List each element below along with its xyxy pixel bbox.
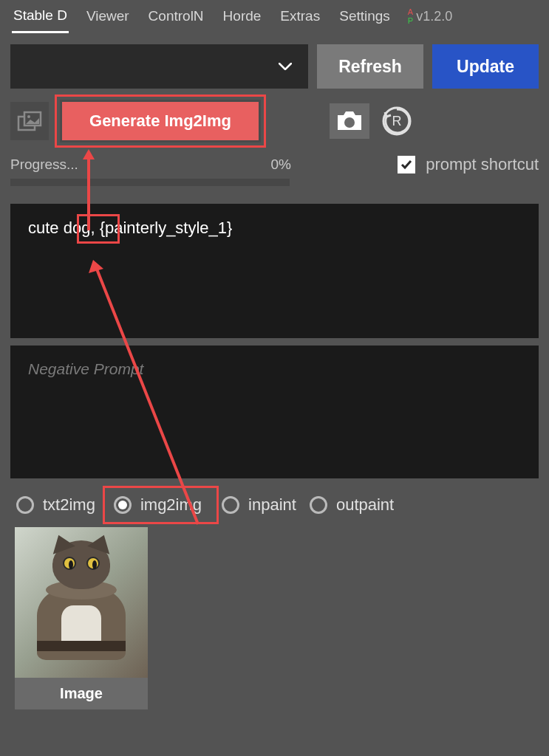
refresh-button[interactable]: Refresh [317, 44, 423, 89]
annotation-highlight-word [77, 214, 120, 244]
tab-bar: Stable D Viewer ControlN Horde Extras Se… [0, 0, 549, 32]
negative-prompt-input[interactable]: Negative Prompt [10, 346, 539, 478]
tab-settings[interactable]: Settings [338, 1, 392, 32]
chevron-down-icon [279, 63, 292, 70]
svg-point-2 [27, 115, 30, 118]
prompt-input[interactable]: cute dog, {painterly_style_1} [10, 204, 539, 338]
version-text: v1.2.0 [416, 9, 452, 24]
thumbnail-label: Image [15, 678, 148, 709]
svg-text:R: R [392, 114, 402, 128]
tab-horde[interactable]: Horde [222, 1, 263, 32]
tab-extras[interactable]: Extras [279, 1, 321, 32]
prompt-shortcut-checkbox[interactable] [398, 156, 415, 173]
layers-icon-button[interactable] [10, 102, 49, 140]
reset-button[interactable]: R [377, 103, 417, 139]
tab-stable-d[interactable]: Stable D [12, 0, 69, 33]
tab-controlnet[interactable]: ControlN [147, 1, 205, 32]
progress-percent: 0% [271, 157, 291, 173]
mode-img2img[interactable]: img2img [103, 486, 219, 524]
thumbnail-image [15, 527, 148, 678]
reset-icon: R [381, 105, 413, 137]
update-button[interactable]: Update [432, 44, 539, 89]
generate-button[interactable]: Generate Img2Img [62, 102, 259, 140]
version-badge: A P v1.2.0 [408, 8, 452, 25]
model-select[interactable] [10, 44, 308, 89]
progress-label: Progress... [10, 157, 78, 173]
svg-point-3 [344, 117, 355, 128]
layers-icon [17, 111, 42, 131]
mode-inpaint[interactable]: inpaint [222, 495, 296, 515]
negative-prompt-placeholder: Negative Prompt [28, 360, 143, 377]
mode-radio-group: txt2img img2img inpaint outpaint [0, 478, 549, 517]
source-image-thumbnail[interactable]: Image [15, 527, 148, 709]
progress-bar [10, 179, 290, 186]
mode-txt2img[interactable]: txt2img [16, 495, 95, 515]
check-icon [400, 158, 413, 171]
tab-viewer[interactable]: Viewer [85, 1, 131, 32]
camera-icon [335, 109, 364, 133]
mode-outpaint[interactable]: outpaint [310, 495, 394, 515]
prompt-shortcut-label: prompt shortcut [426, 155, 539, 174]
prompt-text: cute dog, {painterly_style_1} [28, 219, 232, 237]
snapshot-button[interactable] [330, 103, 369, 139]
